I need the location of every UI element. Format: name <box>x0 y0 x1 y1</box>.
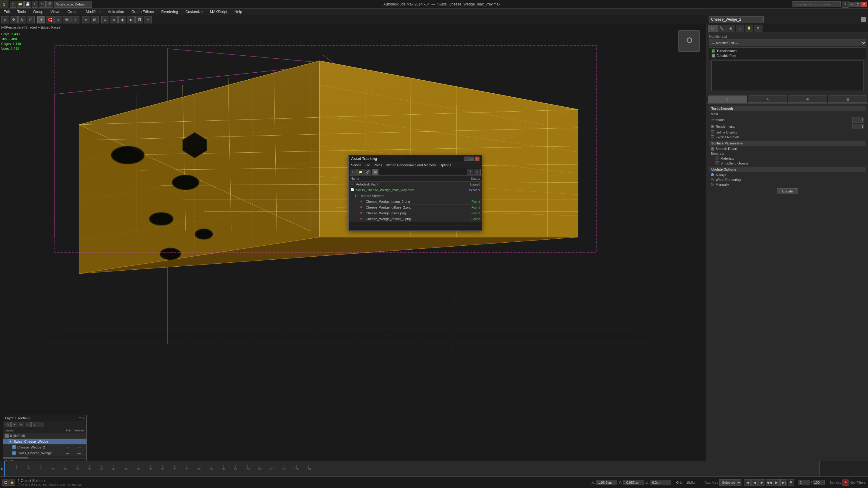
schematic-view-btn[interactable]: ◈ <box>110 16 118 24</box>
viewport[interactable]: [+][Perspective][Shaded + Edged Faces] P… <box>0 24 706 468</box>
timeline[interactable]: ▶ 5 10 15 20 <box>0 461 868 477</box>
layer-row-default[interactable]: ≡ 0 (default) — — <box>3 433 86 439</box>
render-iters-input[interactable] <box>852 124 864 129</box>
tab-modify-icon[interactable]: 🔧 <box>717 25 726 32</box>
render-setup-btn[interactable]: 🎬 <box>46 1 53 8</box>
layer-cw2-freeze[interactable]: — <box>73 446 85 449</box>
modifier-dropdown[interactable]: — Modifier List — <box>709 39 866 46</box>
minimize-button[interactable]: — <box>849 2 855 7</box>
at-row-bump[interactable]: ■ Cheese_Wedge_bump_2.png Found <box>359 199 482 205</box>
when-rendering-radio[interactable] <box>711 178 714 181</box>
angle-snap[interactable]: ∠ <box>55 16 62 24</box>
smoothing-groups-checkbox[interactable] <box>716 161 719 165</box>
layer-move-down-btn[interactable]: ↓ <box>31 422 37 427</box>
play-btn[interactable]: ▶ <box>758 479 765 486</box>
at-restore-btn[interactable]: □ <box>469 157 474 161</box>
play-reverse-btn[interactable]: ◀◀ <box>766 479 772 486</box>
snap-toggle[interactable]: 🧲 <box>46 16 54 24</box>
at-menu-file[interactable]: File <box>365 163 370 167</box>
at-minimize-btn[interactable]: — <box>464 157 468 161</box>
timeline-ruler[interactable]: 5 10 15 20 25 30 35 40 <box>4 461 819 477</box>
layer-scrollbar[interactable] <box>3 456 86 458</box>
materials-checkbox[interactable] <box>716 157 719 160</box>
active-shade-btn[interactable]: ☀ <box>144 16 152 24</box>
menu-rendering[interactable]: Rendering <box>160 9 179 14</box>
menu-maxscript[interactable]: MAXScript <box>209 9 228 14</box>
layer-manager-btn[interactable]: ≡ <box>101 16 109 24</box>
scale-tool[interactable]: ⊡ <box>27 16 35 24</box>
y-coord[interactable]: -0.687cm <box>623 480 644 485</box>
x-coord[interactable]: 1.98.2cm <box>596 480 617 485</box>
at-menu-bitmap-perf[interactable]: Bitmap Performance and Memory <box>386 163 436 167</box>
selected-dropdown[interactable]: Selected <box>719 479 741 486</box>
pb-tab-3[interactable]: ⊞ <box>788 95 828 103</box>
pb-tab-2[interactable]: ✎ <box>748 95 787 103</box>
render-setup-btn2[interactable]: ▶ <box>127 16 135 24</box>
menu-group[interactable]: Group <box>32 9 44 14</box>
always-radio[interactable] <box>711 173 714 176</box>
snap-status-icon[interactable]: 🧲 <box>2 480 8 486</box>
layer-row-swiss-cheese-wedge2[interactable]: □ Swiss_Cheese_Wedge — — <box>3 450 86 456</box>
layer-scw2-freeze[interactable]: — <box>73 451 85 455</box>
at-tb-grid-btn[interactable]: ▦ <box>372 169 378 175</box>
menu-modifiers[interactable]: Modifiers <box>85 9 102 14</box>
layer-move-up-btn[interactable]: ↑ <box>25 422 31 427</box>
open-file-btn[interactable]: 📂 <box>17 1 24 8</box>
at-help-btn[interactable]: ? <box>467 169 473 175</box>
manually-radio[interactable] <box>711 183 714 186</box>
maximize-button[interactable]: □ <box>855 2 861 7</box>
at-row-reflect[interactable]: ■ Cheese_Wedge_reflect_2.png Found <box>359 216 482 222</box>
object-name-input[interactable] <box>709 17 764 23</box>
at-row-gloss[interactable]: ■ Cheese_Wedge_gloss.png Found <box>359 210 482 216</box>
help-icon[interactable]: ? <box>842 1 848 8</box>
render-frame-btn[interactable]: 🖼 <box>135 16 143 24</box>
menu-customize[interactable]: Customize <box>184 9 204 14</box>
new-file-btn[interactable]: □ <box>10 1 17 8</box>
layer-delete-btn[interactable]: ✕ <box>11 422 17 427</box>
material-editor-btn[interactable]: ◆ <box>118 16 126 24</box>
at-menu-paths[interactable]: Paths <box>374 163 382 167</box>
layer-options-btn[interactable]: ⋯ <box>38 422 44 427</box>
at-tb-btn-right[interactable]: ▷ <box>474 169 481 175</box>
tab-display-icon[interactable]: ⬡ <box>708 25 717 32</box>
workspace-selector[interactable]: Workspace: Default <box>54 1 92 8</box>
update-button[interactable]: Update <box>777 188 798 194</box>
spinner-snap[interactable]: # <box>71 16 80 24</box>
menu-graph-editors[interactable]: Graph Editors <box>130 9 155 14</box>
layer-cw2-hide[interactable]: — <box>62 446 73 449</box>
iterations-input[interactable] <box>852 117 864 123</box>
at-tb-btn1[interactable]: ⬡ <box>350 169 356 175</box>
redo-btn[interactable]: ↪ <box>39 1 45 8</box>
layer-panel-close[interactable]: ✕ <box>82 417 85 420</box>
layer-help-btn[interactable]: ? <box>79 417 81 420</box>
go-start-btn[interactable]: |◀ <box>744 479 750 486</box>
at-menu-server[interactable]: Server <box>351 163 361 167</box>
layer-row-cheese-wedge2[interactable]: □ Cheese_Wedge_2 — — <box>3 445 86 450</box>
tab-motion-icon[interactable]: ▷ <box>736 25 744 32</box>
set-key-btn[interactable]: ⚑ <box>842 480 848 486</box>
layer-add-btn[interactable]: + <box>18 422 24 427</box>
at-row-maxfile[interactable]: 📄 Swiss_Cheese_Wedge_max_vray.max Networ… <box>349 187 482 193</box>
move-tool[interactable]: ✥ <box>10 16 18 24</box>
modifier-editablepoly[interactable]: Editable Poly <box>710 53 865 58</box>
select-filter[interactable]: ✦ <box>37 16 45 24</box>
menu-help[interactable]: Help <box>234 9 243 14</box>
layer-scroll-thumb[interactable] <box>3 457 28 458</box>
smooth-result-checkbox[interactable] <box>711 147 714 151</box>
tab-utilities-icon[interactable]: ⚙ <box>754 25 763 32</box>
at-tb-btn2[interactable]: 📁 <box>357 169 364 175</box>
close-button[interactable]: ✕ <box>861 2 867 7</box>
layer-swiss-hide[interactable]: — <box>62 440 73 443</box>
tab-lights-icon[interactable]: 💡 <box>745 25 753 32</box>
menu-animation[interactable]: Animation <box>107 9 125 14</box>
render-iters-checkbox[interactable] <box>711 125 714 128</box>
prev-frame-btn[interactable]: ◀ <box>751 479 758 486</box>
explicit-normals-checkbox[interactable] <box>711 135 714 139</box>
menu-views[interactable]: Views <box>49 9 61 14</box>
modifier-turbosmooth[interactable]: ✓ TurboSmooth <box>710 48 865 53</box>
at-scrollbar[interactable] <box>349 222 482 226</box>
layer-row-swiss-cheese-wedge[interactable]: ■ Swiss_Cheese_Wedge — — <box>3 439 86 445</box>
save-btn[interactable]: 💾 <box>24 1 31 8</box>
at-row-vault[interactable]: ⬡ Autodesk Vault Logged <box>349 182 482 187</box>
menu-edit[interactable]: Edit <box>2 9 11 14</box>
